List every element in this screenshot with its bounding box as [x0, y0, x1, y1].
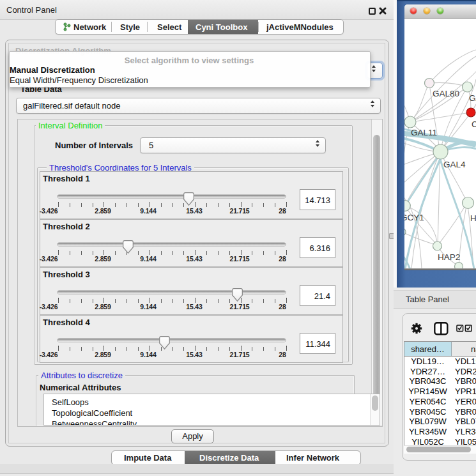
svg-text:GAL80: GAL80: [433, 89, 459, 98]
svg-text:GAL4: GAL4: [443, 160, 466, 169]
svg-text:GAL11: GAL11: [411, 128, 437, 137]
svg-text:CDC1: CDC1: [472, 119, 476, 129]
svg-text:HIS: HIS: [470, 213, 476, 223]
svg-text:HAP2: HAP2: [438, 252, 460, 262]
svg-text:GCY1: GCY1: [404, 213, 424, 222]
svg-text:GAL1: GAL1: [469, 93, 476, 103]
